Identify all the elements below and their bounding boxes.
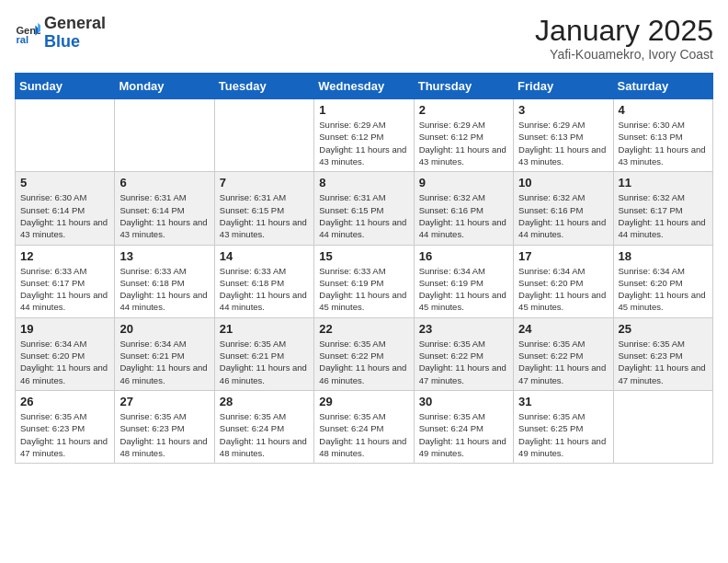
- calendar-cell: 5Sunrise: 6:30 AM Sunset: 6:14 PM Daylig…: [16, 172, 115, 245]
- day-info: Sunrise: 6:34 AM Sunset: 6:21 PM Dayligh…: [119, 338, 209, 386]
- calendar-cell: 6Sunrise: 6:31 AM Sunset: 6:14 PM Daylig…: [115, 172, 214, 245]
- day-number: 4: [619, 103, 708, 117]
- day-number: 26: [20, 395, 109, 408]
- logo: Gene ral General Blue: [15, 15, 106, 52]
- calendar-week-4: 19Sunrise: 6:34 AM Sunset: 6:20 PM Dayli…: [16, 317, 713, 390]
- calendar-cell: 18Sunrise: 6:34 AM Sunset: 6:20 PM Dayli…: [613, 245, 712, 317]
- calendar-week-3: 12Sunrise: 6:33 AM Sunset: 6:17 PM Dayli…: [16, 245, 713, 317]
- col-header-sunday: Sunday: [16, 74, 115, 99]
- calendar-cell: 16Sunrise: 6:34 AM Sunset: 6:19 PM Dayli…: [414, 245, 513, 317]
- calendar-cell: 21Sunrise: 6:35 AM Sunset: 6:21 PM Dayli…: [214, 317, 313, 390]
- day-number: 7: [220, 176, 309, 190]
- day-info: Sunrise: 6:35 AM Sunset: 6:24 PM Dayligh…: [319, 410, 408, 459]
- title-area: January 2025 Yafi-Kouamekro, Ivory Coast: [535, 15, 713, 62]
- calendar-week-2: 5Sunrise: 6:30 AM Sunset: 6:14 PM Daylig…: [16, 172, 713, 245]
- day-number: 27: [119, 395, 209, 408]
- calendar-cell: 27Sunrise: 6:35 AM Sunset: 6:23 PM Dayli…: [115, 390, 214, 463]
- calendar-cell: 1Sunrise: 6:29 AM Sunset: 6:12 PM Daylig…: [314, 99, 414, 172]
- day-info: Sunrise: 6:29 AM Sunset: 6:12 PM Dayligh…: [319, 119, 408, 167]
- day-number: 3: [518, 103, 608, 117]
- day-number: 14: [220, 249, 309, 263]
- day-number: 15: [319, 249, 408, 263]
- day-info: Sunrise: 6:35 AM Sunset: 6:22 PM Dayligh…: [518, 338, 608, 386]
- day-number: 20: [119, 322, 209, 336]
- day-number: 25: [619, 322, 708, 336]
- calendar-cell: 12Sunrise: 6:33 AM Sunset: 6:17 PM Dayli…: [16, 245, 115, 317]
- col-header-saturday: Saturday: [613, 74, 712, 99]
- calendar-cell: 24Sunrise: 6:35 AM Sunset: 6:22 PM Dayli…: [514, 317, 613, 390]
- day-info: Sunrise: 6:33 AM Sunset: 6:17 PM Dayligh…: [20, 265, 109, 314]
- logo-icon: Gene ral: [15, 20, 40, 46]
- day-info: Sunrise: 6:35 AM Sunset: 6:23 PM Dayligh…: [619, 338, 708, 386]
- day-info: Sunrise: 6:35 AM Sunset: 6:21 PM Dayligh…: [220, 338, 309, 386]
- calendar-cell: 14Sunrise: 6:33 AM Sunset: 6:18 PM Dayli…: [214, 245, 313, 317]
- day-info: Sunrise: 6:30 AM Sunset: 6:13 PM Dayligh…: [619, 119, 708, 167]
- calendar-table: SundayMondayTuesdayWednesdayThursdayFrid…: [15, 73, 713, 464]
- day-number: 17: [518, 249, 608, 263]
- calendar-cell: 20Sunrise: 6:34 AM Sunset: 6:21 PM Dayli…: [115, 317, 214, 390]
- day-number: 24: [518, 322, 608, 336]
- col-header-wednesday: Wednesday: [314, 74, 414, 99]
- header: Gene ral General Blue January 2025 Yafi-…: [15, 15, 713, 62]
- col-header-thursday: Thursday: [414, 74, 513, 99]
- day-info: Sunrise: 6:30 AM Sunset: 6:14 PM Dayligh…: [20, 191, 109, 240]
- calendar-cell: 17Sunrise: 6:34 AM Sunset: 6:20 PM Dayli…: [514, 245, 613, 317]
- day-info: Sunrise: 6:35 AM Sunset: 6:24 PM Dayligh…: [220, 410, 309, 459]
- day-number: 16: [419, 249, 508, 263]
- day-info: Sunrise: 6:31 AM Sunset: 6:14 PM Dayligh…: [119, 191, 209, 240]
- day-info: Sunrise: 6:32 AM Sunset: 6:17 PM Dayligh…: [619, 191, 708, 240]
- day-info: Sunrise: 6:35 AM Sunset: 6:25 PM Dayligh…: [518, 410, 608, 459]
- day-number: 10: [518, 176, 608, 190]
- calendar-cell: 8Sunrise: 6:31 AM Sunset: 6:15 PM Daylig…: [314, 172, 414, 245]
- header-row: SundayMondayTuesdayWednesdayThursdayFrid…: [16, 74, 713, 99]
- calendar-cell: [16, 99, 115, 172]
- col-header-monday: Monday: [115, 74, 214, 99]
- calendar-subtitle: Yafi-Kouamekro, Ivory Coast: [535, 47, 713, 62]
- day-info: Sunrise: 6:32 AM Sunset: 6:16 PM Dayligh…: [419, 191, 508, 240]
- day-info: Sunrise: 6:35 AM Sunset: 6:22 PM Dayligh…: [419, 338, 508, 386]
- day-info: Sunrise: 6:34 AM Sunset: 6:20 PM Dayligh…: [20, 338, 109, 386]
- day-info: Sunrise: 6:29 AM Sunset: 6:13 PM Dayligh…: [518, 119, 608, 167]
- calendar-cell: [115, 99, 214, 172]
- col-header-friday: Friday: [514, 74, 613, 99]
- calendar-week-5: 26Sunrise: 6:35 AM Sunset: 6:23 PM Dayli…: [16, 390, 713, 463]
- calendar-cell: 26Sunrise: 6:35 AM Sunset: 6:23 PM Dayli…: [16, 390, 115, 463]
- calendar-cell: 25Sunrise: 6:35 AM Sunset: 6:23 PM Dayli…: [613, 317, 712, 390]
- col-header-tuesday: Tuesday: [214, 74, 313, 99]
- day-number: 23: [419, 322, 508, 336]
- day-info: Sunrise: 6:33 AM Sunset: 6:19 PM Dayligh…: [319, 265, 408, 314]
- day-number: 28: [220, 395, 309, 408]
- calendar-cell: 7Sunrise: 6:31 AM Sunset: 6:15 PM Daylig…: [214, 172, 313, 245]
- day-number: 31: [518, 395, 608, 408]
- calendar-cell: [613, 390, 712, 463]
- day-number: 30: [419, 395, 508, 408]
- logo-general: General: [44, 15, 106, 33]
- day-number: 21: [220, 322, 309, 336]
- day-info: Sunrise: 6:35 AM Sunset: 6:23 PM Dayligh…: [119, 410, 209, 459]
- calendar-cell: 4Sunrise: 6:30 AM Sunset: 6:13 PM Daylig…: [613, 99, 712, 172]
- day-number: 22: [319, 322, 408, 336]
- day-number: 29: [319, 395, 408, 408]
- calendar-cell: 15Sunrise: 6:33 AM Sunset: 6:19 PM Dayli…: [314, 245, 414, 317]
- calendar-cell: 22Sunrise: 6:35 AM Sunset: 6:22 PM Dayli…: [314, 317, 414, 390]
- calendar-cell: 29Sunrise: 6:35 AM Sunset: 6:24 PM Dayli…: [314, 390, 414, 463]
- day-number: 5: [20, 176, 109, 190]
- svg-text:ral: ral: [16, 34, 28, 45]
- calendar-cell: 28Sunrise: 6:35 AM Sunset: 6:24 PM Dayli…: [214, 390, 313, 463]
- day-info: Sunrise: 6:35 AM Sunset: 6:22 PM Dayligh…: [319, 338, 408, 386]
- calendar-cell: 9Sunrise: 6:32 AM Sunset: 6:16 PM Daylig…: [414, 172, 513, 245]
- day-number: 18: [619, 249, 708, 263]
- day-info: Sunrise: 6:33 AM Sunset: 6:18 PM Dayligh…: [119, 265, 209, 314]
- calendar-week-1: 1Sunrise: 6:29 AM Sunset: 6:12 PM Daylig…: [16, 99, 713, 172]
- calendar-cell: 23Sunrise: 6:35 AM Sunset: 6:22 PM Dayli…: [414, 317, 513, 390]
- calendar-cell: 30Sunrise: 6:35 AM Sunset: 6:24 PM Dayli…: [414, 390, 513, 463]
- day-info: Sunrise: 6:34 AM Sunset: 6:19 PM Dayligh…: [419, 265, 508, 314]
- calendar-title: January 2025: [535, 15, 713, 47]
- day-number: 12: [20, 249, 109, 263]
- calendar-cell: [214, 99, 313, 172]
- day-number: 1: [319, 103, 408, 117]
- day-number: 11: [619, 176, 708, 190]
- calendar-cell: 31Sunrise: 6:35 AM Sunset: 6:25 PM Dayli…: [514, 390, 613, 463]
- day-info: Sunrise: 6:33 AM Sunset: 6:18 PM Dayligh…: [220, 265, 309, 314]
- day-number: 8: [319, 176, 408, 190]
